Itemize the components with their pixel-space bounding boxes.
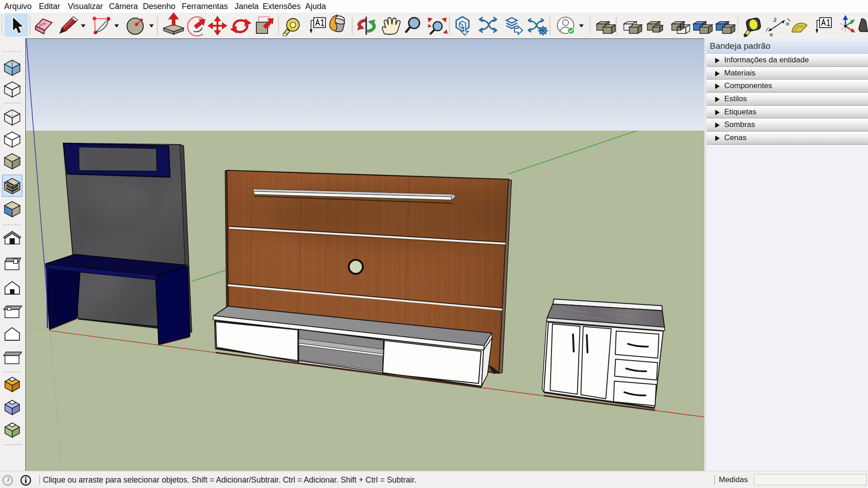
svg-text:3: 3: [772, 16, 777, 23]
